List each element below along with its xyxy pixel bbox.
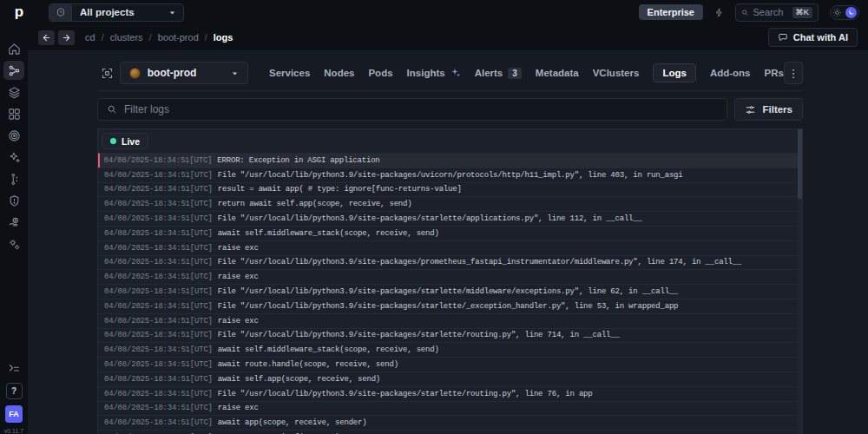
tab-pods[interactable]: Pods: [368, 68, 392, 78]
chat-bubble-icon: [778, 32, 788, 43]
manage-clusters-icon[interactable]: [97, 62, 118, 84]
log-row[interactable]: 04/08/2025-18:34:51[UTC] await self.app(…: [98, 372, 802, 386]
home-icon[interactable]: [3, 39, 24, 58]
theme-toggle[interactable]: [830, 5, 859, 20]
sparkles-icon: [450, 68, 461, 78]
help-button[interactable]: ?: [6, 383, 23, 399]
cluster-selector[interactable]: boot-prod: [120, 62, 248, 84]
log-list: 04/08/2025-18:34:51[UTC] ERROR: Exceptio…: [98, 153, 802, 434]
log-row[interactable]: 04/08/2025-18:34:51[UTC] raise exc: [98, 240, 802, 255]
user-avatar[interactable]: FA: [5, 405, 23, 423]
log-row[interactable]: 04/08/2025-18:34:51[UTC] File "/usr/loca…: [98, 255, 802, 270]
log-timestamp: 04/08/2025-18:34:51[UTC]: [104, 200, 213, 208]
back-button[interactable]: [38, 30, 55, 45]
tab-metadata[interactable]: Metadata: [536, 68, 579, 78]
log-row[interactable]: 04/08/2025-18:34:51[UTC] File "/usr/loca…: [98, 211, 802, 226]
log-message: raise exc: [218, 273, 259, 281]
enterprise-button[interactable]: Enterprise: [639, 4, 703, 20]
cost-management-icon[interactable]: [3, 213, 24, 232]
live-toggle-button[interactable]: Live: [102, 133, 148, 149]
log-row[interactable]: 04/08/2025-18:34:51[UTC] File "/usr/loca…: [98, 284, 802, 299]
log-row[interactable]: 04/08/2025-18:34:51[UTC] response = awai…: [98, 430, 802, 434]
tab-alerts[interactable]: Alerts 3: [475, 68, 522, 79]
breadcrumb-item-cluster[interactable]: boot-prod: [158, 32, 199, 43]
chat-with-ai-button[interactable]: Chat with AI: [768, 28, 858, 47]
tab-prs[interactable]: PRs: [765, 68, 784, 78]
filter-logs-field[interactable]: [97, 98, 727, 121]
log-row[interactable]: 04/08/2025-18:34:51[UTC] File "/usr/loca…: [98, 168, 802, 182]
log-timestamp: 04/08/2025-18:34:51[UTC]: [104, 244, 213, 253]
stacks-icon[interactable]: [3, 82, 24, 102]
chevron-down-icon: [231, 69, 239, 77]
log-row[interactable]: 04/08/2025-18:34:51[UTC] await app(scope…: [98, 415, 802, 430]
tab-insights[interactable]: Insights: [407, 68, 461, 78]
log-row[interactable]: 04/08/2025-18:34:51[UTC] raise exc: [98, 313, 802, 328]
log-row[interactable]: 04/08/2025-18:34:51[UTC] File "/usr/loca…: [98, 328, 802, 343]
log-timestamp: 04/08/2025-18:34:51[UTC]: [104, 287, 213, 296]
log-row[interactable]: 04/08/2025-18:34:51[UTC] File "/usr/loca…: [98, 386, 802, 401]
log-row[interactable]: 04/08/2025-18:34:51[UTC] await self.midd…: [98, 342, 802, 357]
log-timestamp: 04/08/2025-18:34:51[UTC]: [104, 185, 213, 194]
filters-button[interactable]: Filters: [734, 98, 803, 121]
log-row[interactable]: 04/08/2025-18:34:51[UTC] ERROR: Exceptio…: [98, 153, 802, 168]
search-input[interactable]: [753, 7, 788, 17]
terminal-icon[interactable]: [3, 358, 24, 378]
search-icon: [107, 104, 117, 115]
cluster-name: boot-prod: [148, 67, 197, 79]
main-content: boot-prod Services Nodes Pods Insights: [28, 50, 868, 434]
tab-services[interactable]: Services: [269, 68, 310, 78]
lightning-icon[interactable]: [714, 7, 724, 18]
log-message: await self.middleware_stack(scope, recei…: [218, 229, 439, 238]
log-message: File "/usr/local/lib/python3.9/site-pack…: [218, 302, 679, 311]
app-version: v0.11.7: [4, 428, 23, 434]
log-row[interactable]: 04/08/2025-18:34:51[UTC] raise exc: [98, 401, 802, 416]
log-timestamp: 04/08/2025-18:34:51[UTC]: [104, 258, 213, 266]
security-shield-icon[interactable]: [3, 191, 24, 210]
log-panel: Live 04/08/2025-18:34:51[UTC] ERROR: Exc…: [97, 128, 803, 434]
pipelines-icon[interactable]: [3, 169, 24, 188]
project-selector[interactable]: All projects: [49, 3, 184, 22]
log-message: ERROR: Exception in ASGI application: [217, 156, 379, 165]
topbar: p All projects Enterprise ⌘K: [0, 0, 868, 24]
search-box[interactable]: ⌘K: [735, 3, 819, 22]
ai-sparkles-icon[interactable]: [3, 148, 24, 167]
cluster-provider-icon: [129, 68, 141, 79]
settings-gears-icon[interactable]: [3, 234, 24, 253]
breadcrumb-item-clusters[interactable]: clusters: [110, 32, 143, 43]
catalog-icon[interactable]: [3, 104, 24, 123]
log-row[interactable]: 04/08/2025-18:34:51[UTC] return await se…: [98, 196, 802, 211]
tab-vclusters[interactable]: VClusters: [593, 68, 640, 78]
moon-icon: [845, 7, 857, 18]
continuous-deployment-icon[interactable]: [3, 61, 24, 80]
log-message: await self.middleware_stack(scope, recei…: [218, 345, 439, 354]
breadcrumb-bar: cd / clusters / boot-prod / logs Chat wi…: [28, 24, 868, 50]
breadcrumb-item-cd[interactable]: cd: [85, 32, 95, 43]
search-shortcut: ⌘K: [792, 7, 813, 18]
log-row[interactable]: 04/08/2025-18:34:51[UTC] raise exc: [98, 269, 802, 284]
more-options-button[interactable]: ⋮: [784, 62, 803, 84]
filter-logs-input[interactable]: [124, 103, 718, 115]
log-row[interactable]: 04/08/2025-18:34:51[UTC] await route.han…: [98, 357, 802, 372]
log-row[interactable]: 04/08/2025-18:34:51[UTC] File "/usr/loca…: [98, 299, 802, 313]
log-message: File "/usr/local/lib/python3.9/site-pack…: [218, 287, 679, 296]
breadcrumb-item-logs: logs: [214, 32, 233, 43]
log-message: raise exc: [218, 317, 259, 326]
policies-icon[interactable]: [3, 126, 24, 145]
log-message: File "/usr/local/lib/python3.9/site-pack…: [218, 390, 593, 398]
tab-logs[interactable]: Logs: [653, 63, 695, 82]
log-timestamp: 04/08/2025-18:34:51[UTC]: [104, 171, 213, 180]
forward-button[interactable]: [58, 30, 75, 45]
log-timestamp: 04/08/2025-18:34:51[UTC]: [104, 375, 213, 384]
log-scrollbar[interactable]: [798, 129, 802, 434]
log-timestamp: 04/08/2025-18:34:51[UTC]: [104, 273, 213, 281]
log-timestamp: 04/08/2025-18:34:51[UTC]: [104, 345, 213, 354]
log-row[interactable]: 04/08/2025-18:34:51[UTC] result = await …: [98, 182, 802, 197]
log-timestamp: 04/08/2025-18:34:51[UTC]: [104, 156, 213, 165]
log-row[interactable]: 04/08/2025-18:34:51[UTC] await self.midd…: [98, 226, 802, 240]
filter-row: Filters: [97, 98, 803, 121]
alerts-count-badge: 3: [508, 68, 522, 79]
tab-add-ons[interactable]: Add-ons: [710, 68, 751, 78]
tab-nodes[interactable]: Nodes: [324, 68, 354, 78]
log-scrollbar-thumb[interactable]: [798, 129, 802, 199]
log-timestamp: 04/08/2025-18:34:51[UTC]: [104, 404, 213, 412]
